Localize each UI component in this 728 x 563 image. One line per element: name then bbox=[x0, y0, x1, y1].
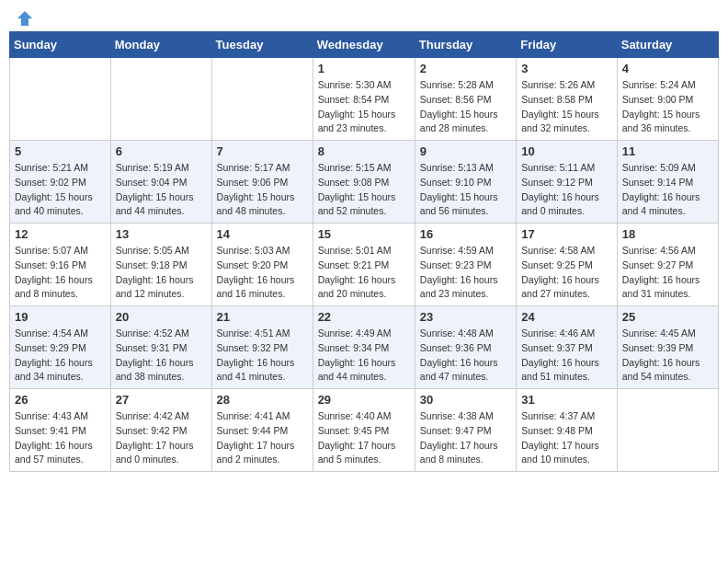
calendar-cell: 3Sunrise: 5:26 AM Sunset: 8:58 PM Daylig… bbox=[517, 58, 618, 141]
day-number: 26 bbox=[15, 393, 106, 407]
day-number: 30 bbox=[420, 393, 511, 407]
day-info: Sunrise: 5:30 AM Sunset: 8:54 PM Dayligh… bbox=[318, 78, 410, 136]
page-header bbox=[9, 9, 719, 22]
col-header-sunday: Sunday bbox=[10, 32, 111, 58]
calendar-week-row: 1Sunrise: 5:30 AM Sunset: 8:54 PM Daylig… bbox=[10, 58, 719, 141]
day-number: 27 bbox=[116, 393, 207, 407]
day-number: 3 bbox=[521, 62, 612, 75]
col-header-monday: Monday bbox=[110, 32, 211, 58]
day-number: 17 bbox=[521, 227, 612, 241]
calendar-week-row: 19Sunrise: 4:54 AM Sunset: 9:29 PM Dayli… bbox=[10, 306, 719, 389]
day-info: Sunrise: 4:56 AM Sunset: 9:27 PM Dayligh… bbox=[622, 244, 713, 302]
day-info: Sunrise: 5:21 AM Sunset: 9:02 PM Dayligh… bbox=[15, 161, 106, 219]
day-info: Sunrise: 5:24 AM Sunset: 9:00 PM Dayligh… bbox=[622, 78, 713, 136]
calendar-cell: 31Sunrise: 4:37 AM Sunset: 9:48 PM Dayli… bbox=[517, 389, 618, 472]
calendar-cell: 29Sunrise: 4:40 AM Sunset: 9:45 PM Dayli… bbox=[313, 389, 415, 472]
day-number: 7 bbox=[217, 144, 308, 158]
calendar-cell: 4Sunrise: 5:24 AM Sunset: 9:00 PM Daylig… bbox=[617, 58, 718, 141]
day-info: Sunrise: 4:48 AM Sunset: 9:36 PM Dayligh… bbox=[420, 327, 511, 385]
day-number: 22 bbox=[318, 310, 410, 324]
svg-marker-0 bbox=[17, 11, 32, 26]
calendar-cell: 9Sunrise: 5:13 AM Sunset: 9:10 PM Daylig… bbox=[415, 141, 516, 224]
day-number: 21 bbox=[217, 310, 308, 324]
day-info: Sunrise: 4:41 AM Sunset: 9:44 PM Dayligh… bbox=[217, 409, 308, 467]
calendar-cell: 21Sunrise: 4:51 AM Sunset: 9:32 PM Dayli… bbox=[211, 306, 313, 389]
day-info: Sunrise: 5:07 AM Sunset: 9:16 PM Dayligh… bbox=[15, 244, 106, 302]
day-number: 15 bbox=[318, 227, 410, 241]
calendar-cell bbox=[617, 389, 718, 472]
day-number: 1 bbox=[318, 62, 410, 75]
calendar-header-row: SundayMondayTuesdayWednesdayThursdayFrid… bbox=[10, 32, 719, 58]
day-number: 8 bbox=[318, 144, 410, 158]
day-number: 19 bbox=[15, 310, 106, 324]
calendar-cell: 1Sunrise: 5:30 AM Sunset: 8:54 PM Daylig… bbox=[313, 58, 415, 141]
day-info: Sunrise: 5:15 AM Sunset: 9:08 PM Dayligh… bbox=[318, 161, 410, 219]
day-number: 10 bbox=[521, 144, 612, 158]
day-number: 31 bbox=[521, 393, 612, 407]
day-info: Sunrise: 5:26 AM Sunset: 8:58 PM Dayligh… bbox=[521, 78, 612, 136]
day-info: Sunrise: 5:13 AM Sunset: 9:10 PM Dayligh… bbox=[420, 161, 511, 219]
day-number: 6 bbox=[116, 144, 207, 158]
day-info: Sunrise: 5:28 AM Sunset: 8:56 PM Dayligh… bbox=[420, 78, 511, 136]
day-info: Sunrise: 5:09 AM Sunset: 9:14 PM Dayligh… bbox=[622, 161, 713, 219]
day-number: 2 bbox=[420, 62, 511, 75]
day-number: 29 bbox=[318, 393, 410, 407]
calendar-cell: 16Sunrise: 4:59 AM Sunset: 9:23 PM Dayli… bbox=[415, 224, 516, 306]
calendar-cell: 23Sunrise: 4:48 AM Sunset: 9:36 PM Dayli… bbox=[415, 306, 516, 389]
day-number: 9 bbox=[420, 144, 511, 158]
day-number: 12 bbox=[15, 227, 106, 241]
col-header-saturday: Saturday bbox=[617, 32, 718, 58]
day-number: 5 bbox=[15, 144, 106, 158]
day-number: 25 bbox=[622, 310, 713, 324]
calendar-cell: 28Sunrise: 4:41 AM Sunset: 9:44 PM Dayli… bbox=[211, 389, 313, 472]
day-info: Sunrise: 5:17 AM Sunset: 9:06 PM Dayligh… bbox=[217, 161, 308, 219]
calendar-cell: 8Sunrise: 5:15 AM Sunset: 9:08 PM Daylig… bbox=[313, 141, 415, 224]
day-number: 28 bbox=[217, 393, 308, 407]
day-info: Sunrise: 5:01 AM Sunset: 9:21 PM Dayligh… bbox=[318, 244, 410, 302]
day-info: Sunrise: 4:43 AM Sunset: 9:41 PM Dayligh… bbox=[15, 409, 106, 467]
day-number: 24 bbox=[521, 310, 612, 324]
day-info: Sunrise: 4:37 AM Sunset: 9:48 PM Dayligh… bbox=[521, 409, 612, 467]
calendar-cell: 15Sunrise: 5:01 AM Sunset: 9:21 PM Dayli… bbox=[313, 224, 415, 306]
calendar-cell: 18Sunrise: 4:56 AM Sunset: 9:27 PM Dayli… bbox=[617, 224, 718, 306]
calendar-cell: 27Sunrise: 4:42 AM Sunset: 9:42 PM Dayli… bbox=[110, 389, 211, 472]
day-info: Sunrise: 4:51 AM Sunset: 9:32 PM Dayligh… bbox=[217, 327, 308, 385]
calendar-cell: 14Sunrise: 5:03 AM Sunset: 9:20 PM Dayli… bbox=[211, 224, 313, 306]
day-info: Sunrise: 4:46 AM Sunset: 9:37 PM Dayligh… bbox=[521, 327, 612, 385]
day-number: 16 bbox=[420, 227, 511, 241]
col-header-thursday: Thursday bbox=[415, 32, 516, 58]
day-info: Sunrise: 4:58 AM Sunset: 9:25 PM Dayligh… bbox=[521, 244, 612, 302]
day-info: Sunrise: 5:19 AM Sunset: 9:04 PM Dayligh… bbox=[116, 161, 207, 219]
calendar-cell: 5Sunrise: 5:21 AM Sunset: 9:02 PM Daylig… bbox=[10, 141, 111, 224]
day-number: 23 bbox=[420, 310, 511, 324]
calendar-cell: 19Sunrise: 4:54 AM Sunset: 9:29 PM Dayli… bbox=[10, 306, 111, 389]
calendar-cell: 12Sunrise: 5:07 AM Sunset: 9:16 PM Dayli… bbox=[10, 224, 111, 306]
day-info: Sunrise: 4:52 AM Sunset: 9:31 PM Dayligh… bbox=[116, 327, 207, 385]
calendar-cell bbox=[10, 58, 111, 141]
calendar-cell: 26Sunrise: 4:43 AM Sunset: 9:41 PM Dayli… bbox=[10, 389, 111, 472]
calendar-cell: 2Sunrise: 5:28 AM Sunset: 8:56 PM Daylig… bbox=[415, 58, 516, 141]
day-number: 13 bbox=[116, 227, 207, 241]
calendar-week-row: 12Sunrise: 5:07 AM Sunset: 9:16 PM Dayli… bbox=[10, 224, 719, 306]
col-header-tuesday: Tuesday bbox=[211, 32, 313, 58]
calendar-table: SundayMondayTuesdayWednesdayThursdayFrid… bbox=[9, 31, 719, 472]
day-info: Sunrise: 4:49 AM Sunset: 9:34 PM Dayligh… bbox=[318, 327, 410, 385]
calendar-cell: 22Sunrise: 4:49 AM Sunset: 9:34 PM Dayli… bbox=[313, 306, 415, 389]
logo-icon bbox=[16, 9, 34, 28]
day-number: 18 bbox=[622, 227, 713, 241]
calendar-cell: 25Sunrise: 4:45 AM Sunset: 9:39 PM Dayli… bbox=[617, 306, 718, 389]
day-info: Sunrise: 5:03 AM Sunset: 9:20 PM Dayligh… bbox=[217, 244, 308, 302]
calendar-week-row: 5Sunrise: 5:21 AM Sunset: 9:02 PM Daylig… bbox=[10, 141, 719, 224]
day-number: 11 bbox=[622, 144, 713, 158]
col-header-friday: Friday bbox=[517, 32, 618, 58]
day-info: Sunrise: 5:11 AM Sunset: 9:12 PM Dayligh… bbox=[521, 161, 612, 219]
calendar-cell: 24Sunrise: 4:46 AM Sunset: 9:37 PM Dayli… bbox=[517, 306, 618, 389]
calendar-cell: 17Sunrise: 4:58 AM Sunset: 9:25 PM Dayli… bbox=[517, 224, 618, 306]
day-info: Sunrise: 4:38 AM Sunset: 9:47 PM Dayligh… bbox=[420, 409, 511, 467]
day-info: Sunrise: 4:45 AM Sunset: 9:39 PM Dayligh… bbox=[622, 327, 713, 385]
calendar-cell bbox=[211, 58, 313, 141]
calendar-cell: 20Sunrise: 4:52 AM Sunset: 9:31 PM Dayli… bbox=[110, 306, 211, 389]
calendar-cell: 10Sunrise: 5:11 AM Sunset: 9:12 PM Dayli… bbox=[517, 141, 618, 224]
day-info: Sunrise: 4:40 AM Sunset: 9:45 PM Dayligh… bbox=[318, 409, 410, 467]
day-number: 20 bbox=[116, 310, 207, 324]
